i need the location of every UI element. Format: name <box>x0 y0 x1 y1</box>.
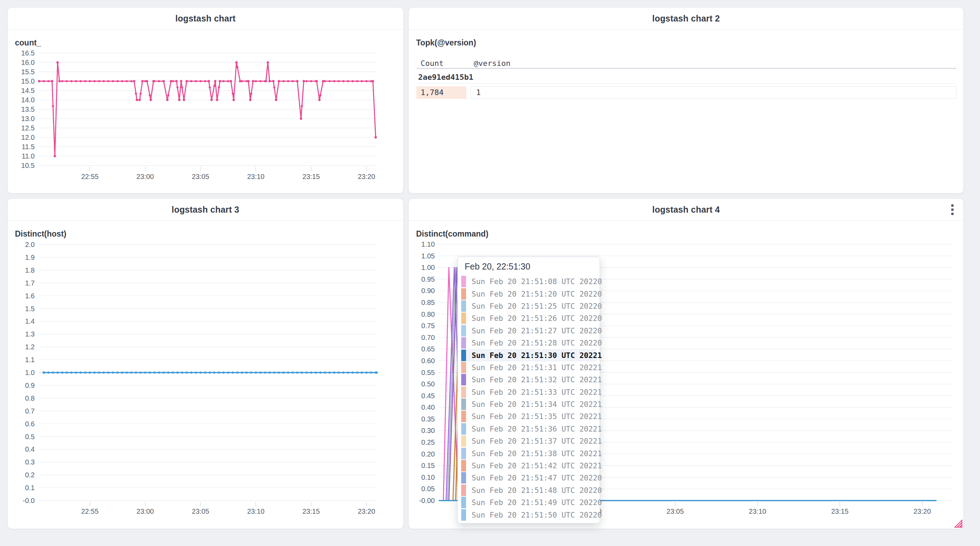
series-marker <box>61 371 63 374</box>
y-tick-label: 0.50 <box>421 380 435 388</box>
series-marker <box>259 371 261 374</box>
tooltip-row-label: Sun Feb 20 21:51:34 UTC 2022 <box>472 400 597 409</box>
series-marker <box>333 371 335 374</box>
series-marker <box>246 371 248 374</box>
series-color-swatch <box>461 313 466 324</box>
y-tick-label: 1.8 <box>25 267 35 274</box>
series-marker <box>204 371 206 374</box>
distinct-host-line-chart: 2.01.91.81.71.61.51.41.31.21.11.00.90.80… <box>8 199 403 529</box>
series-marker <box>66 371 68 374</box>
series-marker <box>324 80 326 82</box>
series-marker <box>121 80 123 82</box>
x-tick-label: 23:05 <box>667 508 684 515</box>
series-marker <box>310 371 312 374</box>
series-marker <box>144 80 146 82</box>
table-row: 1,784 1 <box>409 86 963 99</box>
panel-logstash-chart-4: logstash chart 4 Distinct(command) 1.101… <box>409 199 963 529</box>
tooltip-row: Sun Feb 20 21:51:30 UTC 20221 <box>461 349 597 361</box>
y-tick-label: 0.8 <box>25 394 35 402</box>
y-tick-label: 0.85 <box>421 299 435 306</box>
y-tick-label: 14.0 <box>21 96 35 104</box>
tooltip-row-label: Sun Feb 20 21:51:50 UTC 2022 <box>472 511 597 519</box>
panel-logstash-chart-3: logstash chart 3 Distinct(host) 2.01.91.… <box>8 199 403 529</box>
series-marker <box>338 371 340 374</box>
series-marker <box>329 80 331 82</box>
tooltip-row: Sun Feb 20 21:51:25 UTC 20220 <box>461 300 597 312</box>
series-color-swatch <box>461 472 466 484</box>
tooltip-row: Sun Feb 20 21:51:50 UTC 20220 <box>461 508 597 521</box>
series-marker <box>70 80 73 82</box>
series-marker <box>207 80 210 83</box>
series-marker <box>319 94 321 96</box>
y-tick-label: 1.1 <box>25 356 35 363</box>
panel-resize-handle[interactable] <box>953 518 963 528</box>
series-marker <box>291 80 294 82</box>
series-marker <box>283 80 285 82</box>
series-marker <box>153 371 156 374</box>
table-header-row: Count @version <box>409 58 963 69</box>
series-marker <box>116 80 119 82</box>
series-color-swatch <box>461 435 466 447</box>
panel-logstash-chart-2: logstash chart 2 Topk(@version) Count @v… <box>409 8 963 193</box>
series-marker <box>310 80 312 82</box>
tooltip-row: Sun Feb 20 21:51:35 UTC 20221 <box>461 410 597 422</box>
series-marker <box>140 371 142 374</box>
series-marker <box>255 80 257 82</box>
series-marker <box>329 371 331 374</box>
y-tick-label: 0.05 <box>421 485 435 493</box>
series-marker <box>150 99 152 101</box>
series-marker <box>116 371 119 374</box>
series-marker <box>38 80 40 82</box>
series-marker <box>167 371 169 374</box>
count-cell: 1,784 <box>417 86 466 99</box>
series-color-swatch <box>461 276 466 287</box>
metric-label: count_ <box>15 38 41 48</box>
series-marker <box>98 80 100 82</box>
series-marker <box>162 371 164 374</box>
series-marker <box>80 371 81 374</box>
y-tick-label: 0.60 <box>421 357 435 365</box>
series-marker <box>315 80 318 83</box>
tooltip-row: Sun Feb 20 21:51:42 UTC 20221 <box>461 460 597 472</box>
series-marker <box>190 371 192 374</box>
tooltip-row-value: 1 <box>597 449 606 458</box>
series-marker <box>166 99 169 101</box>
tooltip-row-label: Sun Feb 20 21:51:31 UTC 2022 <box>472 363 597 372</box>
series-marker <box>167 94 169 96</box>
series-marker <box>80 80 81 82</box>
y-tick-label: 1.9 <box>25 254 35 261</box>
series-marker <box>103 371 105 374</box>
y-tick-label: 0.45 <box>421 392 435 400</box>
series-color-swatch <box>461 509 466 521</box>
tooltip-row-value: 1 <box>597 351 606 360</box>
series-marker <box>112 80 114 82</box>
tooltip-row-label: Sun Feb 20 21:51:37 UTC 2022 <box>472 437 597 445</box>
series-marker <box>361 371 363 374</box>
tooltip-row: Sun Feb 20 21:51:33 UTC 20221 <box>461 386 597 398</box>
series-marker <box>333 80 335 82</box>
series-marker <box>366 80 368 82</box>
tooltip-row-label: Sun Feb 20 21:51:47 UTC 2022 <box>472 473 597 482</box>
y-tick-label: 1.4 <box>25 317 35 325</box>
series-marker <box>347 80 349 82</box>
series-marker <box>89 80 91 82</box>
version-cell: 1 <box>471 86 956 99</box>
tooltip-row-label: Sun Feb 20 21:51:25 UTC 2022 <box>472 302 597 311</box>
series-color-swatch <box>461 350 466 361</box>
series-marker <box>121 371 123 374</box>
series-marker <box>352 80 354 82</box>
series-marker <box>149 371 151 374</box>
series-marker <box>93 371 95 374</box>
tooltip-row: Sun Feb 20 21:51:38 UTC 20221 <box>461 447 597 459</box>
tooltip-row-value: 1 <box>597 375 606 384</box>
series-marker <box>301 105 303 107</box>
series-marker <box>241 80 243 82</box>
series-marker <box>375 371 378 374</box>
series-marker <box>259 80 261 82</box>
series-marker <box>180 80 183 83</box>
series-marker <box>75 371 77 374</box>
series-marker <box>375 371 377 374</box>
series-marker <box>186 371 188 374</box>
y-tick-label: 0.30 <box>421 427 435 434</box>
x-tick-label: 23:15 <box>302 173 320 180</box>
